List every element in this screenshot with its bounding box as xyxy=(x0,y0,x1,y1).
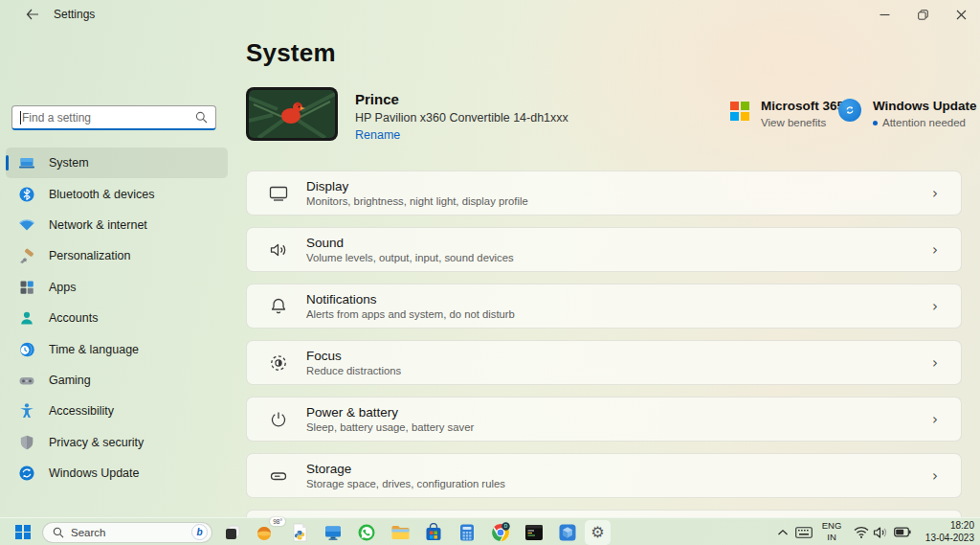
titlebar: Settings xyxy=(0,0,980,29)
settings-app-button[interactable]: ⚙ xyxy=(585,520,611,545)
clock-widget[interactable]: 18:20 13-04-2023 xyxy=(925,520,974,544)
tray-time: 18:20 xyxy=(925,520,974,533)
sidebar-item-gaming[interactable]: Gaming xyxy=(6,365,228,396)
chevron-right-icon xyxy=(932,411,938,428)
sidebar-item-label: Accessibility xyxy=(49,404,114,418)
microsoft-store-button[interactable] xyxy=(422,521,445,544)
row-notifications[interactable]: Notifications Alerts from apps and syste… xyxy=(246,284,962,329)
microsoft365-block[interactable]: Microsoft 365 View benefits xyxy=(730,99,844,128)
sidebar-item-label: System xyxy=(49,156,89,170)
cube-app-button[interactable] xyxy=(556,521,579,544)
sidebar-item-network-internet[interactable]: Network & internet xyxy=(6,210,228,240)
device-card: Prince HP Pavilion x360 Convertible 14-d… xyxy=(246,87,568,142)
windows-update-title: Windows Update xyxy=(873,99,977,113)
taskbar-search[interactable]: Search b xyxy=(42,522,212,543)
display-icon xyxy=(267,182,290,205)
page-title: System xyxy=(246,38,336,68)
sidebar-item-privacy-security[interactable]: Privacy & security xyxy=(6,427,228,458)
row-sound[interactable]: Sound Volume levels, output, input, soun… xyxy=(246,227,962,272)
app-title: Settings xyxy=(54,8,95,21)
focus-icon xyxy=(267,352,290,375)
sidebar-item-apps[interactable]: Apps xyxy=(6,272,228,303)
sidebar-item-label: Network & internet xyxy=(49,218,147,232)
sidebar-nav: System Bluetooth & devices Network & int… xyxy=(0,148,234,488)
row-title: Notifications xyxy=(306,292,515,307)
chevron-right-icon xyxy=(932,185,938,202)
apps-icon xyxy=(18,279,35,296)
search-icon xyxy=(195,111,208,124)
whatsapp-icon xyxy=(357,523,376,542)
sidebar-item-system[interactable]: System xyxy=(6,148,228,178)
sidebar-item-label: Personalization xyxy=(49,249,130,262)
windows-update-block[interactable]: Windows Update Attention needed xyxy=(838,99,977,128)
speaker-icon xyxy=(873,526,888,539)
row-subtitle: Alerts from apps and system, do not dist… xyxy=(306,308,515,320)
tray-show-hidden-icons[interactable] xyxy=(771,521,794,544)
restore-button[interactable] xyxy=(903,0,942,29)
notifications-icon xyxy=(267,295,290,318)
row-focus[interactable]: Focus Reduce distractions xyxy=(246,340,962,385)
back-button[interactable] xyxy=(19,4,46,25)
sidebar-item-label: Time & language xyxy=(49,343,139,356)
personalization-icon xyxy=(18,247,35,264)
sidebar-item-bluetooth-devices[interactable]: Bluetooth & devices xyxy=(6,178,228,209)
close-button[interactable] xyxy=(942,0,980,29)
file-explorer-icon xyxy=(390,523,411,542)
row-title: Sound xyxy=(306,236,514,250)
accounts-icon xyxy=(18,309,35,327)
terminal-button[interactable] xyxy=(523,521,546,544)
file-explorer-button[interactable] xyxy=(389,521,412,544)
touch-keyboard-button[interactable] xyxy=(792,521,815,544)
sidebar-item-accounts[interactable]: Accounts xyxy=(6,303,228,333)
selected-indicator xyxy=(6,155,9,170)
tray-battery-button[interactable] xyxy=(891,521,914,544)
search-box[interactable] xyxy=(11,105,216,130)
language-indicator[interactable]: ENG IN xyxy=(815,520,848,543)
windows-update-status: Attention needed xyxy=(873,117,977,128)
language-line2: IN xyxy=(815,532,848,543)
accessibility-icon xyxy=(18,402,35,420)
sidebar-item-accessibility[interactable]: Accessibility xyxy=(6,396,228,426)
chrome-button[interactable]: D xyxy=(489,521,512,544)
privacy-icon xyxy=(18,434,35,451)
remote-desktop-button[interactable] xyxy=(322,521,345,544)
device-info: Prince HP Pavilion x360 Convertible 14-d… xyxy=(355,87,568,142)
task-view-button[interactable] xyxy=(221,521,244,544)
search-icon xyxy=(53,527,64,538)
search-input[interactable] xyxy=(22,111,195,125)
minimize-button[interactable] xyxy=(865,0,903,29)
bluetooth-icon xyxy=(18,186,35,203)
text-caret xyxy=(20,111,21,125)
task-view-icon xyxy=(223,523,242,542)
sidebar-item-windows-update[interactable]: Windows Update xyxy=(6,458,228,488)
chevron-right-icon xyxy=(932,354,938,372)
sidebar-item-time-language[interactable]: Time & language xyxy=(6,333,228,364)
weather-widget-button[interactable]: 98° xyxy=(253,521,276,544)
sidebar-item-label: Apps xyxy=(49,281,77,294)
rename-link[interactable]: Rename xyxy=(355,128,568,142)
settings-window: Settings System Bluetooth & devices xyxy=(0,0,980,545)
windows-update-icon xyxy=(18,465,35,482)
row-title: Focus xyxy=(306,349,401,363)
microsoft365-subtitle: View benefits xyxy=(761,117,844,128)
taskbar-search-label: Search xyxy=(71,527,185,538)
start-button[interactable] xyxy=(11,521,34,544)
row-display[interactable]: Display Monitors, brightness, night ligh… xyxy=(246,170,962,216)
terminal-icon xyxy=(524,524,544,541)
remote-desktop-icon xyxy=(323,523,343,542)
python-file-button[interactable] xyxy=(288,521,311,544)
keyboard-icon xyxy=(795,527,813,538)
row-title: Display xyxy=(306,179,528,193)
tray-volume-button[interactable] xyxy=(869,521,892,544)
time-language-icon xyxy=(18,341,35,358)
whatsapp-button[interactable] xyxy=(355,521,378,544)
network-icon xyxy=(18,216,35,234)
power-icon xyxy=(267,408,290,431)
restore-icon xyxy=(918,10,928,20)
system-icon xyxy=(18,154,35,171)
row-storage[interactable]: Storage Storage space, drives, configura… xyxy=(246,453,962,498)
sidebar-item-personalization[interactable]: Personalization xyxy=(6,240,228,271)
row-power-battery[interactable]: Power & battery Sleep, battery usage, ba… xyxy=(246,397,962,442)
close-icon xyxy=(956,10,967,20)
calculator-button[interactable] xyxy=(456,521,479,544)
